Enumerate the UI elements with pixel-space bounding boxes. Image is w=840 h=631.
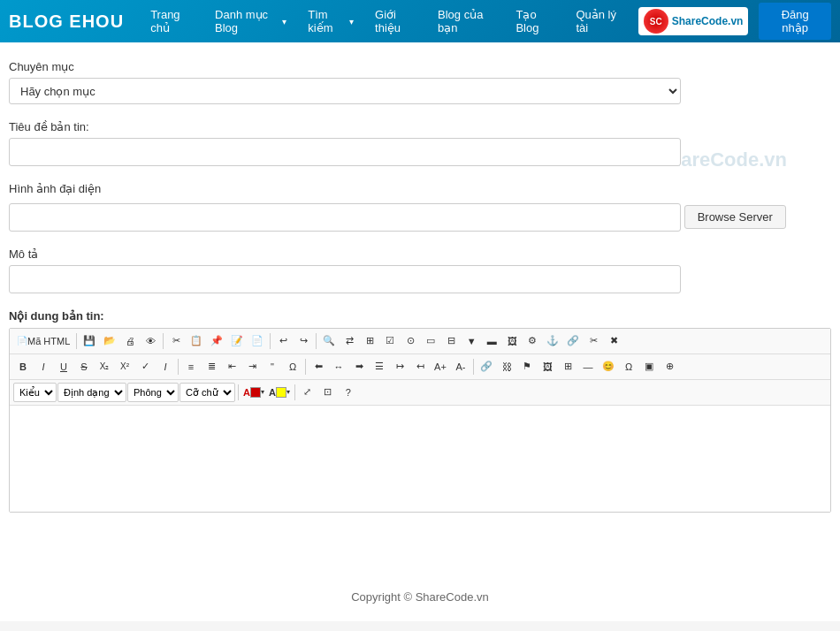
toolbar-iframe-btn[interactable]: ▣ [639,357,659,376]
fontcolor-dropdown-icon: ▾ [261,388,264,396]
toolbar-rtl-btn[interactable]: ↤ [410,357,430,376]
login-button[interactable]: Đăng nhập [759,3,831,40]
nav-item-gioithieu[interactable]: Giới thiệu [366,3,425,40]
tb-sep-r3-2 [294,384,295,400]
font-color-swatch [250,387,261,398]
toolbar-italic-btn[interactable]: I [34,357,53,376]
chuyen-muc-group: Chuyên mục Hãy chọn mục [9,60,831,104]
toolbar-cut-btn[interactable]: ✂ [166,331,186,351]
toolbar-table-btn[interactable]: ⊞ [558,357,577,376]
chuyen-muc-select[interactable]: Hãy chọn mục [9,78,681,104]
toolbar-select-btn[interactable]: ▼ [462,331,481,351]
browse-server-button[interactable]: Browse Server [684,205,786,229]
hinh-anh-input[interactable] [9,203,681,232]
toolbar-undo-btn[interactable]: ↩ [273,331,293,351]
toolbar-source-btn[interactable]: 📄 Mã HTML [13,331,73,351]
toolbar-textarea-btn[interactable]: ⊟ [441,331,461,351]
toolbar-indent-btn[interactable]: ⇥ [242,357,262,376]
toolbar-bgcolor-btn[interactable]: A ▾ [267,383,292,402]
toolbar-alignright-btn[interactable]: ➡ [349,357,369,376]
mo-ta-input[interactable] [9,265,681,293]
toolbar-alignleft-btn[interactable]: ⬅ [309,357,328,376]
logo-icon: SC [644,9,668,34]
tb-sep-r2-1 [178,359,179,375]
toolbar-link-btn[interactable]: 🔗 [563,331,583,351]
toolbar-image-btn[interactable]: 🖼 [538,357,557,376]
tb-sep-r2-3 [473,359,474,375]
toolbar-source2-btn[interactable]: ⊕ [660,357,679,376]
toolbar-preview-btn[interactable]: 👁 [141,331,160,351]
toolbar-link2-btn[interactable]: 🔗 [477,357,496,376]
toolbar-replace-btn[interactable]: ⇄ [340,331,359,351]
editor-toolbar-row3: Kiểu Định dạng Phông Cỡ chữ A ▾ [10,380,830,406]
tieu-de-input[interactable] [9,138,681,166]
toolbar-removeformat-btn[interactable]: ✖ [604,331,623,351]
toolbar-paste-text-btn[interactable]: 📝 [227,331,247,351]
tb-sep-4 [316,333,317,349]
tb-sep-r3-1 [238,384,239,400]
toolbar-flag-btn[interactable]: ⚑ [517,357,537,376]
toolbar-previewpane-btn[interactable]: ⊡ [318,383,338,402]
nav-item-quanly[interactable]: Quản lý tài [567,3,630,40]
toolbar-specialchar2-btn[interactable]: Ω [619,357,638,376]
toolbar-unlink2-btn[interactable]: ⛓ [497,357,516,376]
toolbar-alignjustify-btn[interactable]: ☰ [370,357,389,376]
sharecode-logo-badge: SC ShareCode.vn [638,7,749,35]
toolbar-font-select[interactable]: Phông [127,383,179,402]
nav-item-blogcuaban[interactable]: Blog của bạn [429,3,503,40]
toolbar-find-btn[interactable]: 🔍 [319,331,339,351]
nav-item-timkiem[interactable]: Tìm kiếm ▾ [299,3,363,40]
toolbar-anchor-btn[interactable]: ⚓ [543,331,562,351]
toolbar-redo-btn[interactable]: ↪ [294,331,313,351]
toolbar-open-btn[interactable]: 📂 [100,331,119,351]
toolbar-unlink-btn[interactable]: ✂ [584,331,603,351]
toolbar-copy-btn[interactable]: 📋 [187,331,206,351]
toolbar-clean-btn[interactable]: ✓ [135,357,155,376]
toolbar-paste-word-btn[interactable]: 📄 [248,331,267,351]
toolbar-imgbtn-btn[interactable]: 🖼 [502,331,522,351]
toolbar-bold-btn[interactable]: B [13,357,33,376]
toolbar-paste-btn[interactable]: 📌 [207,331,226,351]
toolbar-subscript-btn[interactable]: X₂ [95,357,114,376]
toolbar-help-btn[interactable]: ? [339,383,358,402]
toolbar-ul-btn[interactable]: ≣ [202,357,221,376]
toolbar-linkdec-btn[interactable]: A- [451,357,470,376]
toolbar-aligncenter-btn[interactable]: ↔ [329,357,348,376]
toolbar-checkbox-btn[interactable]: ☑ [380,331,400,351]
bg-color-swatch [276,387,286,398]
toolbar-radio-btn[interactable]: ⊙ [401,331,420,351]
toolbar-save-btn[interactable]: 💾 [80,331,99,351]
tieu-de-group: Tiêu đề bản tin: [9,120,831,166]
toolbar-fontsize-select[interactable]: Cỡ chữ [179,383,235,402]
toolbar-textfield-btn[interactable]: ▭ [421,331,440,351]
dropdown-arrow-timkiem: ▾ [349,17,354,27]
toolbar-superscript-btn[interactable]: X² [115,357,134,376]
toolbar-ltr-btn[interactable]: ↦ [390,357,409,376]
hinh-anh-label: Hình ảnh đại diện [9,182,831,195]
toolbar-strike-btn[interactable]: S [74,357,94,376]
toolbar-form-btn[interactable]: ⊞ [360,331,379,351]
toolbar-smiley-btn[interactable]: 😊 [599,357,618,376]
nav-item-taoblog[interactable]: Tạo Blog [507,3,563,40]
toolbar-hidden-btn[interactable]: ▬ [482,331,501,351]
toolbar-underline-btn[interactable]: U [54,357,73,376]
toolbar-linkinc-btn[interactable]: A+ [431,357,450,376]
toolbar-specialchar-btn[interactable]: Ω [283,357,302,376]
toolbar-format-select[interactable]: Định dạng [57,383,126,402]
mo-ta-group: Mô tả [9,247,831,293]
toolbar-fontcolor-btn[interactable]: A ▾ [241,383,266,402]
tieu-de-label: Tiêu đề bản tin: [9,120,831,133]
toolbar-print-btn[interactable]: 🖨 [120,331,140,351]
editor-body[interactable] [10,406,830,512]
toolbar-hr-btn[interactable]: ― [578,357,598,376]
brand-logo[interactable]: BLOG EHOU [9,11,124,32]
toolbar-special-btn[interactable]: ⚙ [523,331,542,351]
nav-item-home[interactable]: Trang chủ [141,3,202,40]
toolbar-italic2-btn[interactable]: I [156,357,175,376]
toolbar-fullscreen-btn[interactable]: ⤢ [298,383,317,402]
toolbar-style-select[interactable]: Kiểu [13,383,57,402]
toolbar-blockquote-btn[interactable]: " [263,357,282,376]
toolbar-outdent-btn[interactable]: ⇤ [222,357,241,376]
toolbar-ol-btn[interactable]: ≡ [181,357,201,376]
nav-item-danhmuc[interactable]: Danh mục Blog ▾ [206,3,295,40]
